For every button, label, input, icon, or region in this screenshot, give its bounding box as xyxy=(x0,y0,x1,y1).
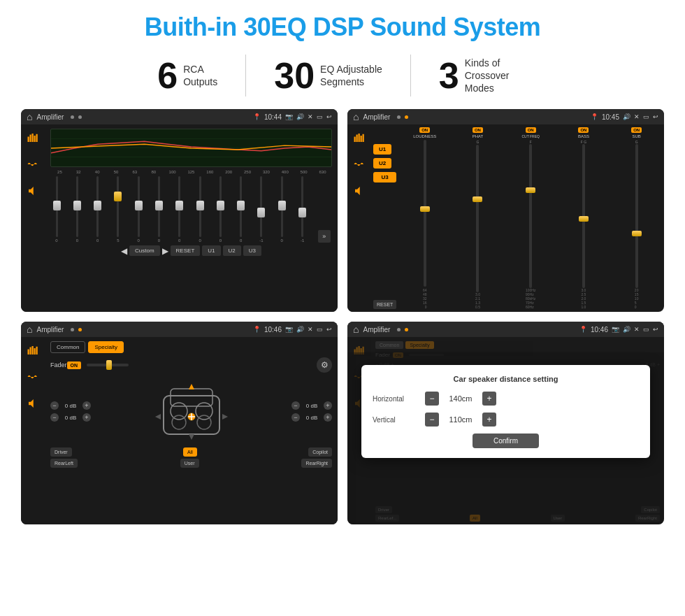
speaker-icon-3[interactable] xyxy=(25,396,41,411)
phat-thumb xyxy=(473,196,482,202)
close-icon-2: ✕ xyxy=(634,113,640,120)
vertical-plus[interactable]: + xyxy=(482,413,496,427)
eq-slider-10[interactable]: -1 xyxy=(257,176,266,243)
svg-point-23 xyxy=(197,415,211,429)
svg-rect-3 xyxy=(34,136,36,142)
fl-plus[interactable]: + xyxy=(82,401,91,410)
eq-icon-3[interactable] xyxy=(25,343,41,358)
bass-on[interactable]: ON xyxy=(578,127,589,133)
tab-common-3[interactable]: Common xyxy=(50,341,85,353)
sub-slider[interactable] xyxy=(635,144,638,288)
dialog-vertical-row: Vertical − 110cm + xyxy=(373,413,639,427)
cutfreq-on[interactable]: ON xyxy=(526,127,536,133)
eq-slider-4[interactable]: 0 xyxy=(134,176,143,243)
phat-slider[interactable] xyxy=(476,145,479,292)
status-right-2: 📍 10:45 🔊 ✕ ▭ ↩ xyxy=(591,113,658,121)
eq-slider-5[interactable]: 0 xyxy=(154,176,164,243)
eq-slider-8[interactable]: 0 xyxy=(215,176,225,243)
sub-on[interactable]: ON xyxy=(631,127,642,133)
eq-slider-3[interactable]: 5 xyxy=(113,176,123,243)
svg-marker-30 xyxy=(222,414,228,420)
tab-specialty-3[interactable]: Specialty xyxy=(88,341,123,353)
btn-driver[interactable]: Driver xyxy=(50,447,72,457)
sidebar-2 xyxy=(347,124,371,312)
wave-icon[interactable] xyxy=(25,157,41,172)
eq-slider-12[interactable]: -1 xyxy=(298,176,308,243)
fr-minus[interactable]: − xyxy=(291,401,300,410)
freq-630: 630 xyxy=(313,170,332,174)
vertical-minus[interactable]: − xyxy=(425,413,439,427)
rect-icon-1: ▭ xyxy=(317,113,323,120)
eq-slider-11[interactable]: 0 xyxy=(277,176,287,243)
dsp-channels: ON LOUDNESS 644832160 ON P xyxy=(399,127,662,309)
svg-rect-9 xyxy=(356,135,358,143)
home-icon[interactable]: ⌂ xyxy=(27,111,32,122)
speaker-icon-2[interactable] xyxy=(352,183,367,199)
rl-minus[interactable]: − xyxy=(50,413,59,422)
home-icon-4[interactable]: ⌂ xyxy=(353,324,359,335)
bass-label: BASS xyxy=(578,134,589,138)
rr-plus[interactable]: + xyxy=(324,413,332,422)
confirm-button[interactable]: Confirm xyxy=(473,434,539,448)
eq-slider-7[interactable]: 0 xyxy=(195,176,205,243)
fl-minus[interactable]: − xyxy=(50,401,59,410)
channel-cutfreq: ON CUT FREQ F 100Hz90Hz80kHz70Hz60Hz xyxy=(505,127,556,309)
horizontal-minus[interactable]: − xyxy=(425,392,439,406)
eq-icon[interactable] xyxy=(25,130,41,145)
loudness-on[interactable]: ON xyxy=(419,127,430,133)
stat-rca: 6 RCAOutputs xyxy=(129,57,245,94)
fr-plus[interactable]: + xyxy=(324,401,332,410)
eq-icon-2[interactable] xyxy=(352,130,367,145)
eq-slider-6[interactable]: 0 xyxy=(175,176,185,243)
vertical-control: − 110cm + xyxy=(425,413,496,427)
time-3: 10:46 xyxy=(264,326,282,334)
eq-custom-button[interactable]: Custom xyxy=(129,245,160,256)
svg-rect-13 xyxy=(28,350,29,355)
eq-next-button[interactable]: ▶ xyxy=(162,246,168,256)
freq-25: 25 xyxy=(50,170,69,174)
settings-icon-3[interactable]: ⚙ xyxy=(317,357,332,373)
eq-more-button[interactable]: » xyxy=(318,230,331,243)
dot-3a xyxy=(71,328,74,331)
btn-all[interactable]: All xyxy=(183,447,197,457)
freq-250: 250 xyxy=(238,170,257,174)
back-icon-4: ↩ xyxy=(653,326,658,333)
rl-plus[interactable]: + xyxy=(82,413,91,422)
rr-minus[interactable]: − xyxy=(291,413,300,422)
home-icon-3[interactable]: ⌂ xyxy=(27,324,32,335)
phat-on[interactable]: ON xyxy=(473,127,483,133)
reset-btn-2[interactable]: RESET xyxy=(373,300,396,309)
home-icon-2[interactable]: ⌂ xyxy=(353,111,359,122)
eq-prev-button[interactable]: ◀ xyxy=(121,246,127,256)
eq-slider-0[interactable]: 0 xyxy=(52,176,62,243)
distance-dialog: Car speaker distance setting Horizontal … xyxy=(361,365,650,458)
preset-u1[interactable]: U1 xyxy=(373,144,391,155)
eq-slider-9[interactable]: 0 xyxy=(236,176,246,243)
cutfreq-slider[interactable] xyxy=(529,144,532,288)
speaker-icon[interactable] xyxy=(25,183,41,199)
eq-slider-2[interactable]: 0 xyxy=(93,176,103,243)
eq-slider-1[interactable]: 0 xyxy=(72,176,82,243)
cam-icon-1: 📷 xyxy=(285,113,293,120)
btn-rearright[interactable]: RearRight xyxy=(301,459,332,468)
preset-u3[interactable]: U3 xyxy=(373,172,396,182)
statusbar-3: ⌂ Amplifier 📍 10:46 📷 🔊 ✕ ▭ ↩ xyxy=(21,322,338,337)
eq-u1-button[interactable]: U1 xyxy=(202,245,220,256)
wave-icon-2[interactable] xyxy=(352,157,367,172)
horizontal-plus[interactable]: + xyxy=(482,392,496,406)
page-title: Buith-in 30EQ DSP Sound System xyxy=(145,13,540,42)
freq-50: 50 xyxy=(107,170,126,174)
bass-slider[interactable] xyxy=(582,144,585,288)
preset-column: U1 U2 U3 RESET xyxy=(373,127,396,309)
wave-icon-3[interactable] xyxy=(25,369,41,385)
svg-point-21 xyxy=(196,403,212,420)
btn-rearleft[interactable]: RearLeft xyxy=(50,459,78,468)
preset-u2[interactable]: U2 xyxy=(373,158,391,169)
fader-slider[interactable] xyxy=(87,364,129,366)
btn-copilot[interactable]: Copilot xyxy=(308,447,332,457)
eq-reset-button[interactable]: RESET xyxy=(171,245,201,256)
btn-user[interactable]: User xyxy=(180,459,199,468)
loudness-slider[interactable] xyxy=(424,140,426,287)
eq-u3-button[interactable]: U3 xyxy=(243,245,261,256)
eq-u2-button[interactable]: U2 xyxy=(223,245,241,256)
